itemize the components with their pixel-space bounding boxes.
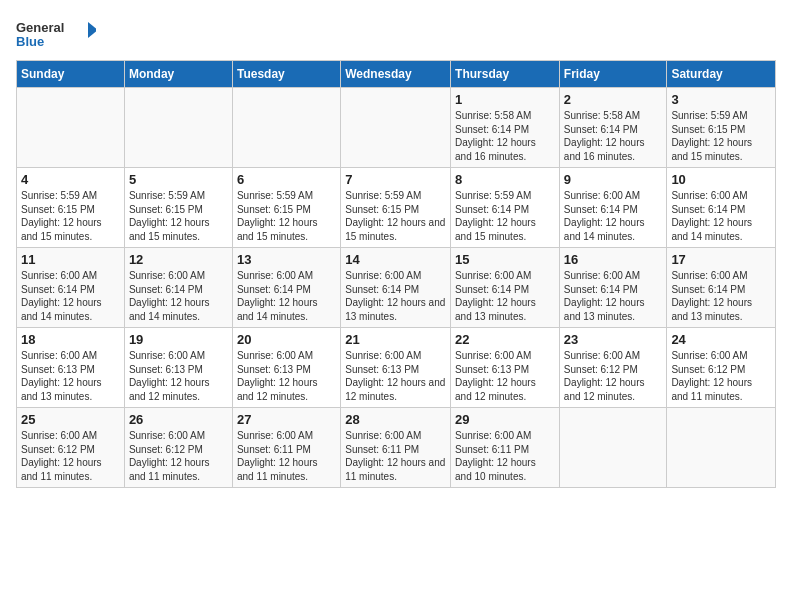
calendar-cell: 15Sunrise: 6:00 AM Sunset: 6:14 PM Dayli… xyxy=(451,248,560,328)
calendar-cell: 12Sunrise: 6:00 AM Sunset: 6:14 PM Dayli… xyxy=(124,248,232,328)
day-number: 15 xyxy=(455,252,555,267)
day-number: 23 xyxy=(564,332,663,347)
calendar-week-2: 4Sunrise: 5:59 AM Sunset: 6:15 PM Daylig… xyxy=(17,168,776,248)
day-number: 9 xyxy=(564,172,663,187)
day-info: Sunrise: 5:59 AM Sunset: 6:15 PM Dayligh… xyxy=(129,189,228,243)
day-info: Sunrise: 5:59 AM Sunset: 6:15 PM Dayligh… xyxy=(237,189,336,243)
calendar-cell: 19Sunrise: 6:00 AM Sunset: 6:13 PM Dayli… xyxy=(124,328,232,408)
calendar-week-1: 1Sunrise: 5:58 AM Sunset: 6:14 PM Daylig… xyxy=(17,88,776,168)
day-info: Sunrise: 6:00 AM Sunset: 6:14 PM Dayligh… xyxy=(564,269,663,323)
day-number: 4 xyxy=(21,172,120,187)
calendar-cell xyxy=(559,408,667,488)
svg-text:Blue: Blue xyxy=(16,34,44,49)
calendar-cell: 8Sunrise: 5:59 AM Sunset: 6:14 PM Daylig… xyxy=(451,168,560,248)
header-thursday: Thursday xyxy=(451,61,560,88)
calendar-cell: 27Sunrise: 6:00 AM Sunset: 6:11 PM Dayli… xyxy=(232,408,340,488)
calendar-cell: 29Sunrise: 6:00 AM Sunset: 6:11 PM Dayli… xyxy=(451,408,560,488)
calendar-week-3: 11Sunrise: 6:00 AM Sunset: 6:14 PM Dayli… xyxy=(17,248,776,328)
day-number: 6 xyxy=(237,172,336,187)
calendar-cell: 6Sunrise: 5:59 AM Sunset: 6:15 PM Daylig… xyxy=(232,168,340,248)
day-info: Sunrise: 6:00 AM Sunset: 6:14 PM Dayligh… xyxy=(237,269,336,323)
day-info: Sunrise: 6:00 AM Sunset: 6:13 PM Dayligh… xyxy=(21,349,120,403)
day-number: 24 xyxy=(671,332,771,347)
day-info: Sunrise: 5:59 AM Sunset: 6:15 PM Dayligh… xyxy=(671,109,771,163)
day-number: 5 xyxy=(129,172,228,187)
day-info: Sunrise: 5:58 AM Sunset: 6:14 PM Dayligh… xyxy=(564,109,663,163)
header-tuesday: Tuesday xyxy=(232,61,340,88)
day-number: 13 xyxy=(237,252,336,267)
calendar-body: 1Sunrise: 5:58 AM Sunset: 6:14 PM Daylig… xyxy=(17,88,776,488)
day-info: Sunrise: 6:00 AM Sunset: 6:14 PM Dayligh… xyxy=(671,189,771,243)
header-sunday: Sunday xyxy=(17,61,125,88)
day-number: 12 xyxy=(129,252,228,267)
calendar-cell: 9Sunrise: 6:00 AM Sunset: 6:14 PM Daylig… xyxy=(559,168,667,248)
calendar-cell: 13Sunrise: 6:00 AM Sunset: 6:14 PM Dayli… xyxy=(232,248,340,328)
day-info: Sunrise: 6:00 AM Sunset: 6:14 PM Dayligh… xyxy=(345,269,446,323)
logo-svg: General Blue xyxy=(16,16,96,52)
header-saturday: Saturday xyxy=(667,61,776,88)
calendar-cell: 4Sunrise: 5:59 AM Sunset: 6:15 PM Daylig… xyxy=(17,168,125,248)
day-info: Sunrise: 6:00 AM Sunset: 6:11 PM Dayligh… xyxy=(237,429,336,483)
day-info: Sunrise: 6:00 AM Sunset: 6:14 PM Dayligh… xyxy=(564,189,663,243)
day-info: Sunrise: 6:00 AM Sunset: 6:12 PM Dayligh… xyxy=(21,429,120,483)
calendar-cell: 22Sunrise: 6:00 AM Sunset: 6:13 PM Dayli… xyxy=(451,328,560,408)
calendar-cell: 17Sunrise: 6:00 AM Sunset: 6:14 PM Dayli… xyxy=(667,248,776,328)
day-info: Sunrise: 6:00 AM Sunset: 6:14 PM Dayligh… xyxy=(129,269,228,323)
day-number: 28 xyxy=(345,412,446,427)
calendar-cell: 28Sunrise: 6:00 AM Sunset: 6:11 PM Dayli… xyxy=(341,408,451,488)
calendar-cell: 23Sunrise: 6:00 AM Sunset: 6:12 PM Dayli… xyxy=(559,328,667,408)
header-row: SundayMondayTuesdayWednesdayThursdayFrid… xyxy=(17,61,776,88)
day-info: Sunrise: 5:59 AM Sunset: 6:15 PM Dayligh… xyxy=(345,189,446,243)
svg-marker-2 xyxy=(88,22,96,38)
day-info: Sunrise: 6:00 AM Sunset: 6:13 PM Dayligh… xyxy=(455,349,555,403)
calendar-cell: 10Sunrise: 6:00 AM Sunset: 6:14 PM Dayli… xyxy=(667,168,776,248)
calendar-cell xyxy=(17,88,125,168)
header-monday: Monday xyxy=(124,61,232,88)
day-info: Sunrise: 6:00 AM Sunset: 6:14 PM Dayligh… xyxy=(455,269,555,323)
calendar-cell: 20Sunrise: 6:00 AM Sunset: 6:13 PM Dayli… xyxy=(232,328,340,408)
day-number: 21 xyxy=(345,332,446,347)
day-number: 10 xyxy=(671,172,771,187)
day-number: 16 xyxy=(564,252,663,267)
day-info: Sunrise: 6:00 AM Sunset: 6:14 PM Dayligh… xyxy=(671,269,771,323)
calendar-week-5: 25Sunrise: 6:00 AM Sunset: 6:12 PM Dayli… xyxy=(17,408,776,488)
calendar-cell: 7Sunrise: 5:59 AM Sunset: 6:15 PM Daylig… xyxy=(341,168,451,248)
day-number: 7 xyxy=(345,172,446,187)
calendar-cell: 25Sunrise: 6:00 AM Sunset: 6:12 PM Dayli… xyxy=(17,408,125,488)
day-number: 19 xyxy=(129,332,228,347)
calendar-cell: 1Sunrise: 5:58 AM Sunset: 6:14 PM Daylig… xyxy=(451,88,560,168)
day-number: 14 xyxy=(345,252,446,267)
calendar-cell: 2Sunrise: 5:58 AM Sunset: 6:14 PM Daylig… xyxy=(559,88,667,168)
day-info: Sunrise: 6:00 AM Sunset: 6:11 PM Dayligh… xyxy=(455,429,555,483)
logo: General Blue xyxy=(16,16,96,52)
calendar-cell: 11Sunrise: 6:00 AM Sunset: 6:14 PM Dayli… xyxy=(17,248,125,328)
day-info: Sunrise: 6:00 AM Sunset: 6:12 PM Dayligh… xyxy=(129,429,228,483)
calendar-header: SundayMondayTuesdayWednesdayThursdayFrid… xyxy=(17,61,776,88)
calendar-cell xyxy=(124,88,232,168)
day-number: 20 xyxy=(237,332,336,347)
calendar-cell: 24Sunrise: 6:00 AM Sunset: 6:12 PM Dayli… xyxy=(667,328,776,408)
day-number: 18 xyxy=(21,332,120,347)
day-number: 26 xyxy=(129,412,228,427)
calendar-cell: 26Sunrise: 6:00 AM Sunset: 6:12 PM Dayli… xyxy=(124,408,232,488)
page-header: General Blue xyxy=(16,16,776,52)
calendar-cell xyxy=(667,408,776,488)
day-number: 11 xyxy=(21,252,120,267)
day-info: Sunrise: 6:00 AM Sunset: 6:13 PM Dayligh… xyxy=(345,349,446,403)
calendar-cell: 18Sunrise: 6:00 AM Sunset: 6:13 PM Dayli… xyxy=(17,328,125,408)
calendar-table: SundayMondayTuesdayWednesdayThursdayFrid… xyxy=(16,60,776,488)
day-info: Sunrise: 6:00 AM Sunset: 6:12 PM Dayligh… xyxy=(564,349,663,403)
day-number: 22 xyxy=(455,332,555,347)
day-info: Sunrise: 6:00 AM Sunset: 6:13 PM Dayligh… xyxy=(129,349,228,403)
day-number: 17 xyxy=(671,252,771,267)
day-info: Sunrise: 5:58 AM Sunset: 6:14 PM Dayligh… xyxy=(455,109,555,163)
day-number: 2 xyxy=(564,92,663,107)
calendar-cell: 21Sunrise: 6:00 AM Sunset: 6:13 PM Dayli… xyxy=(341,328,451,408)
day-info: Sunrise: 6:00 AM Sunset: 6:11 PM Dayligh… xyxy=(345,429,446,483)
calendar-cell: 3Sunrise: 5:59 AM Sunset: 6:15 PM Daylig… xyxy=(667,88,776,168)
day-number: 8 xyxy=(455,172,555,187)
calendar-cell: 16Sunrise: 6:00 AM Sunset: 6:14 PM Dayli… xyxy=(559,248,667,328)
calendar-week-4: 18Sunrise: 6:00 AM Sunset: 6:13 PM Dayli… xyxy=(17,328,776,408)
calendar-cell xyxy=(232,88,340,168)
header-friday: Friday xyxy=(559,61,667,88)
